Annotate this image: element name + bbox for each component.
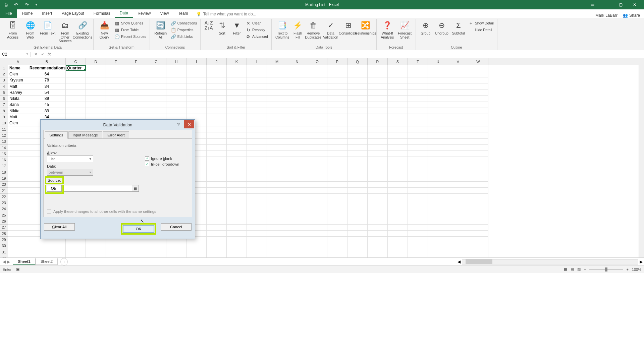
cell-A9[interactable]: Matt	[8, 114, 28, 120]
cell-P22[interactable]	[327, 194, 347, 200]
row-header-16[interactable]: 16	[0, 157, 8, 163]
cell-A12[interactable]	[8, 132, 28, 138]
cell-P6[interactable]	[327, 96, 347, 102]
cell-C31[interactable]	[66, 249, 86, 255]
cell-J28[interactable]	[207, 231, 227, 237]
cell-P27[interactable]	[327, 225, 347, 231]
cell-O25[interactable]	[307, 212, 327, 218]
cell-K32[interactable]	[227, 255, 247, 257]
cell-V19[interactable]	[448, 175, 468, 181]
cell-W7[interactable]	[468, 102, 488, 108]
row-header-20[interactable]: 20	[0, 182, 8, 188]
cell-V26[interactable]	[448, 218, 468, 224]
cell-A28[interactable]	[8, 231, 28, 237]
cell-O9[interactable]	[307, 114, 327, 120]
cell-W29[interactable]	[468, 237, 488, 243]
cell-Q11[interactable]	[347, 126, 368, 132]
qat-save-icon[interactable]: ⎙	[3, 1, 9, 8]
cell-J32[interactable]	[207, 255, 227, 257]
cell-L4[interactable]	[247, 83, 267, 89]
data-validation-button[interactable]: ✓Data Validation	[323, 19, 339, 39]
row-header-11[interactable]: 11	[0, 126, 8, 132]
clear-button[interactable]: ✕Clear	[245, 20, 269, 26]
cell-I5[interactable]	[186, 89, 207, 96]
cell-J6[interactable]	[207, 96, 227, 102]
cell-B30[interactable]	[28, 243, 66, 249]
cell-P12[interactable]	[327, 132, 347, 138]
cell-P31[interactable]	[327, 249, 347, 255]
cell-N14[interactable]	[287, 145, 307, 151]
cell-U30[interactable]	[428, 243, 448, 249]
cell-J15[interactable]	[207, 151, 227, 157]
cell-R26[interactable]	[368, 218, 388, 224]
cell-B32[interactable]	[28, 255, 66, 257]
cell-A23[interactable]	[8, 200, 28, 206]
cell-T10[interactable]	[408, 120, 428, 126]
cell-G2[interactable]	[146, 71, 166, 77]
view-pagebreak-icon[interactable]: ▧	[577, 267, 581, 272]
cell-J23[interactable]	[207, 200, 227, 206]
cell-F2[interactable]	[126, 71, 146, 77]
cell-T28[interactable]	[408, 231, 428, 237]
dialog-tab-input-message[interactable]: Input Message	[68, 131, 102, 138]
cell-I7[interactable]	[186, 102, 207, 108]
cell-L15[interactable]	[247, 151, 267, 157]
cell-J1[interactable]	[207, 65, 227, 71]
cell-A27[interactable]	[8, 225, 28, 231]
cell-A19[interactable]	[8, 175, 28, 181]
sort-button[interactable]: ⇅Sort	[215, 19, 229, 36]
column-header-E[interactable]: E	[106, 58, 126, 65]
cell-R23[interactable]	[368, 200, 388, 206]
show-detail-button[interactable]: +Show Detail	[468, 20, 494, 26]
cell-N22[interactable]	[287, 194, 307, 200]
cell-L21[interactable]	[247, 188, 267, 194]
cell-N5[interactable]	[287, 89, 307, 96]
cell-M31[interactable]	[267, 249, 287, 255]
cell-M22[interactable]	[267, 194, 287, 200]
cell-N13[interactable]	[287, 139, 307, 145]
cell-I4[interactable]	[186, 83, 207, 89]
row-header-1[interactable]: 1	[0, 65, 8, 71]
cell-V17[interactable]	[448, 163, 468, 169]
row-header-15[interactable]: 15	[0, 151, 8, 157]
cell-T9[interactable]	[408, 114, 428, 120]
relationships-button[interactable]: 🔀Relationships	[358, 19, 374, 36]
cell-V9[interactable]	[448, 114, 468, 120]
cell-U6[interactable]	[428, 96, 448, 102]
ignore-blank-checkbox[interactable]: ✓Ignore blank	[145, 156, 179, 161]
cell-T16[interactable]	[408, 157, 428, 163]
cell-W25[interactable]	[468, 212, 488, 218]
cell-L16[interactable]	[247, 157, 267, 163]
cell-B1[interactable]: Recommendations	[28, 65, 66, 71]
row-header-28[interactable]: 28	[0, 231, 8, 237]
cell-S26[interactable]	[388, 218, 408, 224]
cell-A5[interactable]: Harvey	[8, 89, 28, 96]
cell-W17[interactable]	[468, 163, 488, 169]
share-button[interactable]: 👥Share	[623, 13, 640, 18]
cell-A18[interactable]	[8, 169, 28, 175]
row-header-13[interactable]: 13	[0, 139, 8, 145]
cell-W31[interactable]	[468, 249, 488, 255]
cell-R28[interactable]	[368, 231, 388, 237]
cell-P28[interactable]	[327, 231, 347, 237]
cell-W8[interactable]	[468, 108, 488, 114]
cell-V14[interactable]	[448, 145, 468, 151]
cell-Q8[interactable]	[347, 108, 368, 114]
cell-J7[interactable]	[207, 102, 227, 108]
cell-E30[interactable]	[106, 243, 126, 249]
cancel-formula-icon[interactable]: ✕	[34, 52, 38, 57]
fx-icon[interactable]: fx	[48, 52, 51, 57]
cell-L11[interactable]	[247, 126, 267, 132]
cell-A21[interactable]	[8, 188, 28, 194]
cell-E7[interactable]	[106, 102, 126, 108]
cell-O29[interactable]	[307, 237, 327, 243]
cell-W18[interactable]	[468, 169, 488, 175]
cell-V8[interactable]	[448, 108, 468, 114]
cell-M27[interactable]	[267, 225, 287, 231]
cell-L13[interactable]	[247, 139, 267, 145]
column-header-N[interactable]: N	[287, 58, 307, 65]
row-header-10[interactable]: 10	[0, 120, 8, 126]
filter-button[interactable]: ▼Filter	[230, 19, 244, 36]
cell-V31[interactable]	[448, 249, 468, 255]
column-header-U[interactable]: U	[428, 58, 448, 65]
